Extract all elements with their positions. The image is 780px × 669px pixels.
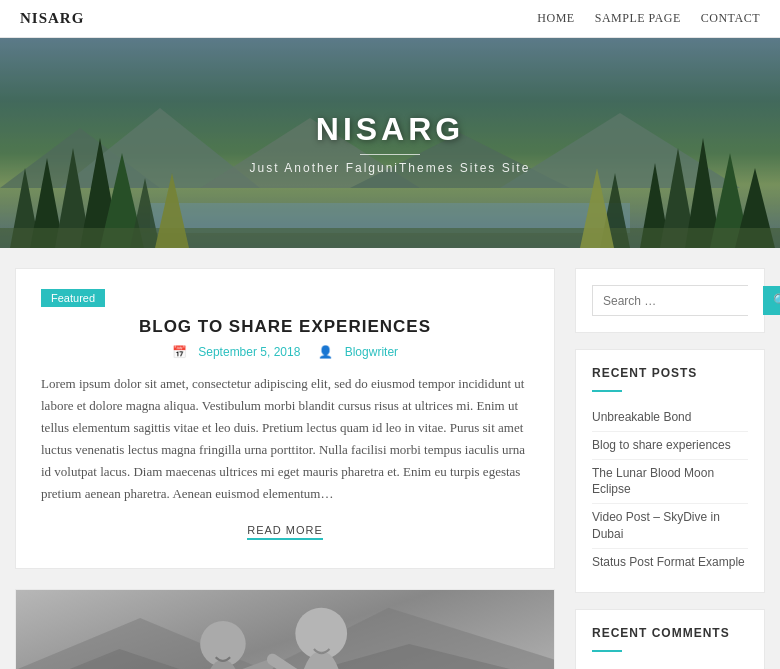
recent-post-2[interactable]: Blog to share experiences — [592, 432, 748, 460]
hero-title: NISARG — [316, 111, 464, 148]
post-card-2 — [15, 589, 555, 669]
post-meta-1: 📅 September 5, 2018 👤 Blogwriter — [41, 345, 529, 359]
nav-contact[interactable]: CONTACT — [701, 11, 760, 26]
post-date-1: September 5, 2018 — [198, 345, 300, 359]
search-button[interactable]: 🔍 — [763, 286, 780, 315]
recent-comments-widget: RECENT COMMENTS — [575, 609, 765, 669]
top-navigation: NISARG HOME SAMPLE PAGE CONTACT — [0, 0, 780, 38]
recent-comments-title: RECENT COMMENTS — [592, 626, 748, 640]
recent-posts-underline — [592, 390, 622, 392]
search-wrap: 🔍 — [592, 285, 748, 316]
read-more-button[interactable]: READ MORE — [247, 524, 323, 540]
recent-posts-widget: RECENT POSTS Unbreakable Bond Blog to sh… — [575, 349, 765, 593]
post-excerpt-1: Lorem ipsum dolor sit amet, consectetur … — [41, 373, 529, 506]
post-author-1: Blogwriter — [345, 345, 398, 359]
search-input[interactable] — [593, 286, 763, 315]
read-more-wrap: READ MORE — [41, 522, 529, 543]
main-content: Featured BLOG TO SHARE EXPERIENCES 📅 Sep… — [15, 268, 555, 669]
main-nav: HOME SAMPLE PAGE CONTACT — [537, 11, 760, 26]
author-icon: 👤 — [318, 345, 333, 359]
post-title-1: BLOG TO SHARE EXPERIENCES — [41, 317, 529, 337]
recent-post-3[interactable]: The Lunar Blood Moon Eclipse — [592, 460, 748, 505]
nav-home[interactable]: HOME — [537, 11, 574, 26]
page-wrap: Featured BLOG TO SHARE EXPERIENCES 📅 Sep… — [0, 248, 780, 669]
recent-post-5[interactable]: Status Post Format Example — [592, 549, 748, 576]
site-logo[interactable]: NISARG — [20, 10, 84, 27]
hero-divider — [360, 154, 420, 155]
recent-posts-title: RECENT POSTS — [592, 366, 748, 380]
recent-comments-underline — [592, 650, 622, 652]
hero-subtitle: Just Another FalguniThemes Sites Site — [250, 161, 531, 175]
post-image — [16, 590, 554, 669]
hero-banner: NISARG Just Another FalguniThemes Sites … — [0, 38, 780, 248]
recent-post-4[interactable]: Video Post – SkyDive in Dubai — [592, 504, 748, 549]
calendar-icon: 📅 — [172, 345, 187, 359]
sidebar: 🔍 RECENT POSTS Unbreakable Bond Blog to … — [575, 268, 765, 669]
recent-post-1[interactable]: Unbreakable Bond — [592, 404, 748, 432]
nav-sample-page[interactable]: SAMPLE PAGE — [595, 11, 681, 26]
search-widget: 🔍 — [575, 268, 765, 333]
featured-badge: Featured — [41, 289, 105, 307]
hero-content: NISARG Just Another FalguniThemes Sites … — [0, 38, 780, 248]
post-card-1: Featured BLOG TO SHARE EXPERIENCES 📅 Sep… — [15, 268, 555, 569]
